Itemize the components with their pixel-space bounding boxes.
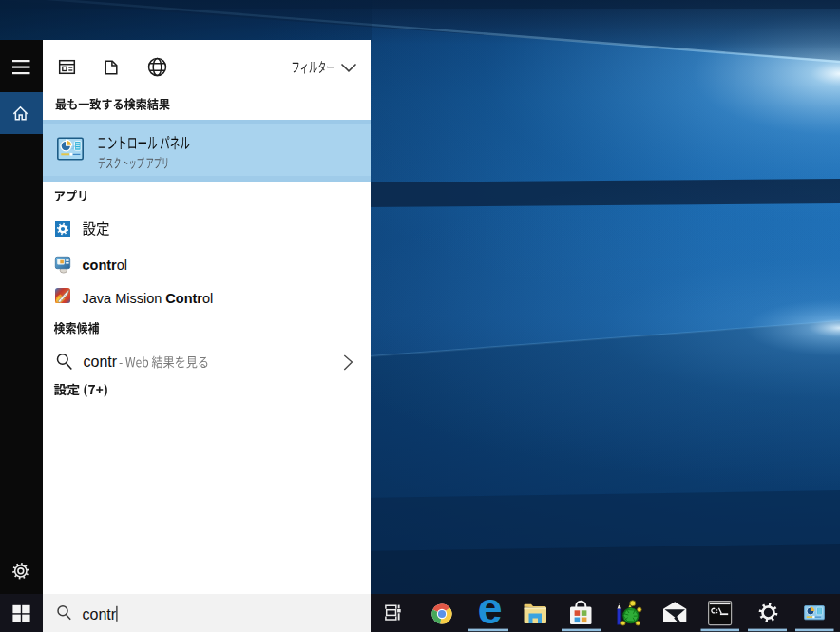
svg-text:contr: contr [83,606,117,622]
svg-text:e: e [478,583,503,632]
svg-text:Java Mission Control: Java Mission Control [83,291,214,306]
svg-text:contr: contr [84,354,118,370]
svg-text:control: control [83,258,128,273]
